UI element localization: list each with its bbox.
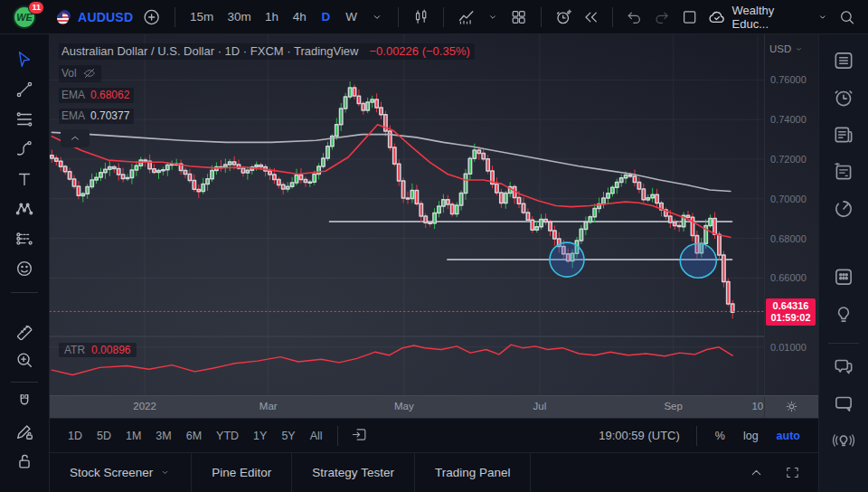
go-to-date-button[interactable]: [345, 423, 373, 449]
indicators-button[interactable]: [453, 5, 479, 30]
magnet-mode-button[interactable]: [11, 388, 38, 415]
fullscreen-button[interactable]: [778, 459, 806, 487]
symbol-button[interactable]: AUDUSD: [53, 5, 137, 30]
timeframe-menu-button[interactable]: [365, 5, 389, 30]
tradingview-window: WE 11 AUDUSD 15m 30m 1h 4h D W: [0, 0, 868, 492]
fullscreen-icon: [785, 465, 800, 480]
cursor-arrow-icon: [14, 50, 34, 70]
range-1y[interactable]: 1Y: [246, 426, 274, 446]
tab-label: Pine Editor: [212, 466, 271, 479]
data-window-button[interactable]: [828, 156, 859, 187]
streams-button[interactable]: [828, 425, 859, 456]
timeframe-1w[interactable]: W: [339, 5, 363, 30]
price-scale[interactable]: USD 0.76000 0.74000 0.72000 0.70000 0.68…: [764, 34, 818, 395]
text-tool[interactable]: [11, 166, 38, 193]
auto-scale-button[interactable]: auto: [769, 426, 807, 446]
timeframe-30m[interactable]: 30m: [222, 5, 257, 30]
eye-off-icon[interactable]: [82, 66, 97, 80]
range-1m[interactable]: 1M: [118, 426, 148, 446]
brush-tool[interactable]: [11, 136, 38, 163]
text-icon: [14, 169, 34, 189]
range-toolbar: 1D 5D 1M 3M 6M YTD 1Y 5Y All 19:00:59 (U…: [50, 418, 818, 452]
tab-pine-editor[interactable]: Pine Editor: [192, 453, 292, 492]
range-6m[interactable]: 6M: [179, 426, 209, 446]
range-all[interactable]: All: [303, 426, 330, 446]
time-axis-label: Jul: [524, 401, 556, 412]
time-axis-label: 2022: [128, 401, 161, 412]
cloud-layout-button[interactable]: Wealthy Educ...: [703, 5, 832, 30]
time-axis[interactable]: 2022 Mar May Jul Sep 10: [50, 395, 818, 418]
private-chat-button[interactable]: [828, 388, 859, 419]
tab-strategy-tester[interactable]: Strategy Tester: [292, 453, 415, 492]
alarm-clock-icon: [832, 86, 855, 109]
chart-canvas[interactable]: Australian Dollar / U.S. Dollar · 1D · F…: [50, 34, 818, 395]
drawing-mode-button[interactable]: [11, 418, 38, 445]
legend-collapse-button[interactable]: [61, 129, 90, 147]
timeframe-4h[interactable]: 4h: [287, 5, 313, 30]
series-title: Australian Dollar / U.S. Dollar · 1D · F…: [61, 44, 358, 58]
range-1d[interactable]: 1D: [61, 426, 90, 446]
watchlist-icon: [832, 49, 855, 72]
alerts-button[interactable]: [828, 82, 859, 113]
replay-icon: [582, 8, 599, 26]
layout-grid-button[interactable]: [506, 5, 531, 30]
grid-layout-icon: [510, 8, 527, 26]
ema-slow-legend-row: EMA 0.70377: [59, 109, 134, 124]
public-chats-button[interactable]: [828, 351, 859, 382]
app-logo[interactable]: WE 11: [13, 4, 42, 31]
time-axis-label: 10: [741, 401, 774, 412]
fib-retracement-tool[interactable]: [11, 106, 38, 133]
watchlist-button[interactable]: [828, 45, 859, 76]
timeframe-15m[interactable]: 15m: [184, 5, 219, 30]
timeframe-1h[interactable]: 1h: [259, 5, 285, 30]
bar-replay-button[interactable]: [579, 5, 603, 30]
notification-badge: 11: [28, 1, 44, 14]
price-scale-currency[interactable]: USD: [769, 43, 804, 54]
lock-all-drawings-button[interactable]: [11, 448, 38, 475]
calendar-button[interactable]: [828, 261, 859, 292]
trend-line-tool[interactable]: [11, 76, 38, 103]
emoji-tool[interactable]: [11, 255, 38, 282]
tab-trading-panel[interactable]: Trading Panel: [415, 453, 532, 492]
range-ytd[interactable]: YTD: [209, 426, 246, 446]
zoom-in-tool[interactable]: [11, 346, 38, 374]
create-alert-button[interactable]: [551, 5, 577, 30]
pattern-tool[interactable]: [11, 195, 38, 222]
atr-value: 0.00896: [91, 344, 130, 356]
series-change: −0.00226 (−0.35%): [369, 44, 469, 58]
cursor-tool[interactable]: [11, 46, 38, 73]
news-button[interactable]: [828, 119, 859, 150]
redo-button[interactable]: [649, 5, 674, 30]
compare-add-symbol-button[interactable]: [138, 5, 165, 30]
emoji-smiley-icon: [14, 259, 34, 279]
percent-scale-button[interactable]: %: [708, 426, 732, 446]
search-button[interactable]: [835, 5, 859, 30]
timeframe-1d[interactable]: D: [314, 5, 337, 30]
range-5d[interactable]: 5D: [90, 426, 118, 446]
select-layout-button[interactable]: [677, 5, 702, 30]
price-tick: 0.72000: [770, 154, 807, 165]
alarm-plus-icon: [554, 7, 573, 27]
tab-stock-screener[interactable]: Stock Screener: [50, 453, 192, 492]
price-tick: 0.66000: [770, 272, 807, 283]
pane-settings-button[interactable]: [784, 399, 799, 416]
range-5y[interactable]: 5Y: [274, 426, 302, 446]
utc-clock[interactable]: 19:00:59 (UTC): [599, 429, 685, 442]
collapse-panel-button[interactable]: [742, 459, 769, 487]
cloud-check-icon: [707, 7, 726, 27]
range-3m[interactable]: 3M: [148, 426, 178, 446]
hotlists-icon: [832, 197, 855, 221]
forecast-tool[interactable]: [11, 225, 38, 252]
log-scale-button[interactable]: log: [736, 426, 766, 446]
audusd-flags-icon: [57, 10, 71, 24]
measure-tool[interactable]: [11, 317, 38, 344]
undo-button[interactable]: [622, 5, 646, 30]
ema-slow-label: EMA: [61, 109, 85, 122]
ideas-button[interactable]: [828, 298, 859, 329]
indicator-templates-button[interactable]: [481, 5, 505, 30]
hotlists-button[interactable]: [828, 194, 859, 224]
ema-fast-label: EMA: [61, 89, 85, 101]
time-axis-label: May: [388, 401, 420, 412]
chart-style-button[interactable]: [408, 5, 434, 30]
chart-legend: Australian Dollar / U.S. Dollar · 1D · F…: [59, 43, 475, 147]
